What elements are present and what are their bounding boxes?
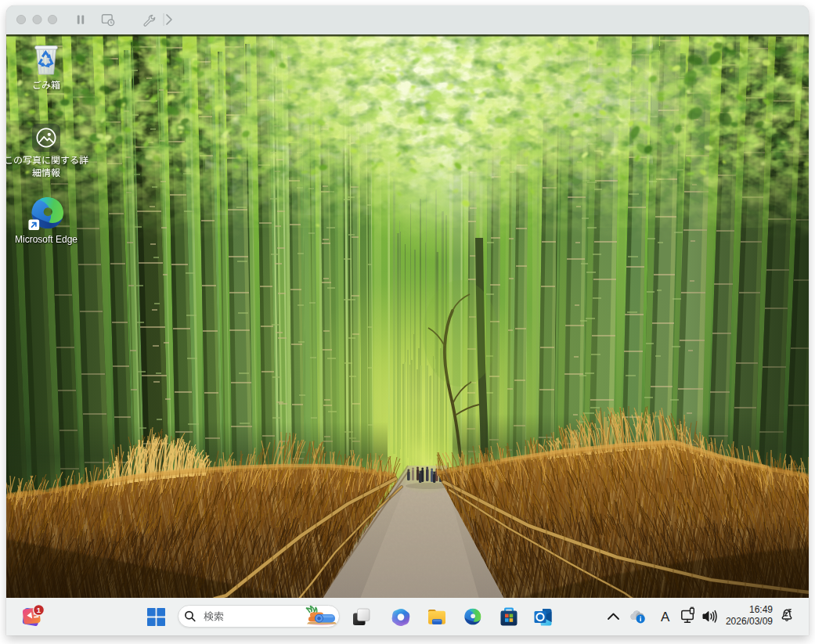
svg-text:A: A (661, 610, 670, 624)
svg-text:1: 1 (37, 606, 41, 614)
svg-text:2026/03/09: 2026/03/09 (726, 616, 773, 627)
svg-text:16:49: 16:49 (749, 604, 773, 615)
